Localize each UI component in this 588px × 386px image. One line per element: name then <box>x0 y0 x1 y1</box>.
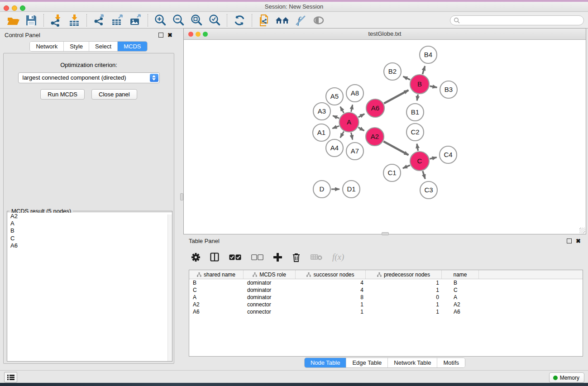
mcds-result-item[interactable]: B <box>7 227 172 234</box>
zoom-selected-button[interactable] <box>206 13 224 28</box>
table-row[interactable]: Bdominator41B <box>189 279 583 286</box>
table-row[interactable]: Cdominator41C <box>189 286 583 294</box>
float-table-panel-icon[interactable] <box>567 238 572 243</box>
table-cell[interactable]: dominator <box>244 294 296 301</box>
mcds-result-item[interactable]: A <box>7 220 172 227</box>
zoom-out-button[interactable] <box>169 13 187 28</box>
table-cell[interactable]: A6 <box>189 308 244 315</box>
export-image-button[interactable] <box>126 13 144 28</box>
table-cell[interactable]: dominator <box>244 286 296 294</box>
table-cell[interactable]: C <box>189 286 244 294</box>
table-row[interactable]: Adominator80A <box>189 294 583 301</box>
graph-edge-A-A5[interactable] <box>340 107 344 113</box>
table-cell[interactable]: 4 <box>296 286 366 294</box>
graph-node-A5[interactable]: A5 <box>326 88 343 105</box>
graph-node-C[interactable]: C <box>410 152 429 171</box>
tab-network[interactable]: Network <box>30 42 64 51</box>
mcds-result-item[interactable]: A2 <box>7 213 172 220</box>
select-all-rows-button[interactable] <box>229 254 241 260</box>
graph-node-B3[interactable]: B3 <box>440 81 457 98</box>
network-close-button[interactable] <box>188 32 193 37</box>
graph-node-C3[interactable]: C3 <box>420 181 437 199</box>
window-resize-grip[interactable] <box>579 228 585 234</box>
refresh-layout-button[interactable] <box>230 13 249 28</box>
graph-node-A1[interactable]: A1 <box>313 124 330 141</box>
close-table-panel-icon[interactable]: ✖ <box>576 238 581 243</box>
graph-edge-C-C3[interactable] <box>423 171 425 179</box>
tab-motifs[interactable]: Motifs <box>437 358 465 367</box>
graph-node-A[interactable]: A <box>339 113 359 132</box>
graph-node-A3[interactable]: A3 <box>313 103 330 120</box>
graph-node-B[interactable]: B <box>410 75 429 94</box>
save-session-button[interactable] <box>22 13 40 28</box>
table-cell[interactable]: B <box>442 279 479 286</box>
mcds-result-item[interactable]: C <box>7 235 172 242</box>
close-panel-icon[interactable]: ✖ <box>167 33 172 38</box>
export-table-button[interactable] <box>108 13 126 28</box>
function-builder-button[interactable]: f(x) <box>332 252 344 262</box>
export-network-button[interactable] <box>90 13 108 28</box>
birds-eye-view-button[interactable] <box>310 13 328 28</box>
graph-node-B1[interactable]: B1 <box>406 104 424 121</box>
tab-select[interactable]: Select <box>89 42 118 51</box>
open-session-button[interactable] <box>4 13 22 28</box>
tab-network-table[interactable]: Network Table <box>388 358 437 367</box>
deselect-all-rows-button[interactable] <box>251 254 263 260</box>
close-panel-button[interactable]: Close panel <box>91 89 137 100</box>
task-history-button[interactable] <box>4 372 17 382</box>
column-header-predecessor-nodes[interactable]: predecessor nodes <box>366 270 442 279</box>
new-network-from-selection-button[interactable] <box>255 13 273 28</box>
table-cell[interactable]: dominator <box>244 279 296 286</box>
graph-edge-A2-C[interactable] <box>383 142 408 155</box>
table-cell[interactable]: A <box>442 294 479 301</box>
graph-edge-A-A4[interactable] <box>340 131 344 138</box>
tab-node-table[interactable]: Node Table <box>305 358 347 367</box>
optimization-criterion-select[interactable]: largest connected component (directed) <box>18 72 160 83</box>
graph-edge-B-B3[interactable] <box>430 86 437 87</box>
table-cell[interactable]: 1 <box>366 301 442 308</box>
search-field[interactable] <box>450 15 584 25</box>
scrollbar-track[interactable] <box>167 214 172 361</box>
import-network-button[interactable] <box>47 13 65 28</box>
minimize-window-button[interactable] <box>12 5 17 11</box>
table-cell[interactable]: A <box>189 294 244 301</box>
tab-style[interactable]: Style <box>64 42 89 51</box>
network-window-titlebar[interactable]: testGlobe.txt <box>184 29 586 40</box>
graph-edge-A-A1[interactable] <box>332 126 339 129</box>
graph-node-B4[interactable]: B4 <box>420 46 437 63</box>
import-table-button[interactable] <box>65 13 83 28</box>
graph-edge-B-B4[interactable] <box>422 66 425 74</box>
table-cell[interactable]: 8 <box>296 294 366 301</box>
column-header-shared-name[interactable]: shared name <box>189 270 244 279</box>
graph-node-C2[interactable]: C2 <box>406 124 424 141</box>
graph-node-B2[interactable]: B2 <box>384 63 401 80</box>
graph-node-A8[interactable]: A8 <box>346 85 363 102</box>
graph-edge-A-A8[interactable] <box>351 105 353 111</box>
network-minimize-button[interactable] <box>196 32 201 37</box>
graph-edge-A6-B[interactable] <box>384 90 408 103</box>
graphics-details-button[interactable]: f <box>292 13 310 28</box>
table-cell[interactable]: 4 <box>296 279 366 286</box>
column-header-successor-nodes[interactable]: successor nodes <box>296 270 366 279</box>
delete-table-button[interactable] <box>311 253 322 261</box>
graph-edge-A-A3[interactable] <box>333 116 339 119</box>
graph-node-A4[interactable]: A4 <box>326 139 343 157</box>
graph-node-D1[interactable]: D1 <box>343 181 360 198</box>
graph-node-A7[interactable]: A7 <box>346 143 363 160</box>
table-cell[interactable]: 1 <box>296 308 366 315</box>
table-cell[interactable]: B <box>189 279 244 286</box>
home-button[interactable] <box>273 13 292 28</box>
graph-edge-A-A6[interactable] <box>359 114 364 117</box>
graph-edge-B-B2[interactable] <box>403 76 411 80</box>
search-input[interactable] <box>462 16 580 24</box>
graph-edge-A-A2[interactable] <box>358 128 364 131</box>
graph-edge-A-A7[interactable] <box>351 133 353 139</box>
table-cell[interactable]: 1 <box>296 301 366 308</box>
graph-node-A6[interactable]: A6 <box>366 99 384 117</box>
network-canvas[interactable]: B4B2BB3A5A8A6B1A3AA1C2A2A4A7C4CC1C3DD1 <box>184 40 586 234</box>
column-header-name[interactable]: name <box>442 270 479 279</box>
table-cell[interactable]: 1 <box>366 308 442 315</box>
tab-mcds[interactable]: MCDS <box>118 42 147 51</box>
zoom-window-button[interactable] <box>20 5 25 11</box>
table-cell[interactable]: 1 <box>366 279 442 286</box>
